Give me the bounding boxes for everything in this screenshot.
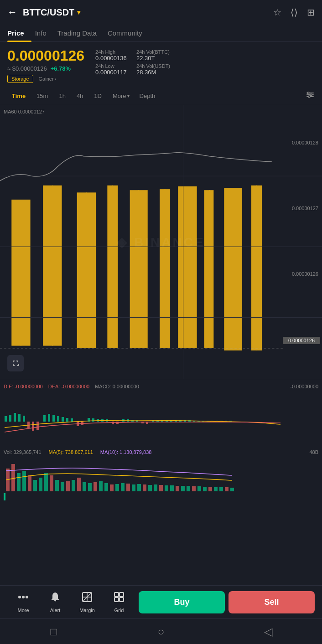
stat-vol-bttc: 24h Vol(BTTC) 22.30T [136, 49, 170, 62]
svg-rect-130 [119, 592, 124, 597]
svg-rect-33 [9, 415, 11, 422]
stat-vol-usdt: 24h Vol(USDT) 28.36M [136, 63, 170, 76]
svg-rect-44 [62, 417, 64, 422]
svg-point-125 [26, 596, 28, 598]
nav-square-button[interactable]: □ [42, 623, 65, 641]
margin-label: Margin [79, 608, 95, 613]
back-button[interactable]: ← [7, 6, 17, 18]
ctrl-time[interactable]: Time [7, 91, 30, 101]
volume-labels: Vol: 329,365,741 MA(5): 738,807,611 MA(1… [4, 449, 318, 455]
more-button[interactable]: More [7, 589, 39, 615]
volume-chart-svg [4, 455, 322, 491]
svg-rect-112 [176, 486, 179, 491]
svg-rect-132 [119, 598, 124, 602]
ctrl-depth[interactable]: Depth [140, 93, 156, 99]
svg-rect-114 [187, 486, 190, 491]
stat-low: 24h Low 0.00000117 [95, 63, 129, 76]
vol-label: Vol: 329,365,741 [4, 449, 42, 455]
tabs-bar: Price Info Trading Data Community [0, 25, 322, 42]
candlestick-chart-area[interactable]: MA60 0.00000127 ◈ BINANCE 0.00000128 0.0… [0, 105, 322, 379]
svg-rect-15 [130, 190, 148, 348]
price-tags: Storage Gainer › [7, 75, 84, 83]
gainer-tag: Gainer › [37, 75, 58, 83]
svg-rect-42 [52, 415, 55, 422]
svg-rect-9 [43, 185, 62, 346]
svg-rect-11 [77, 192, 96, 348]
svg-rect-106 [143, 484, 146, 491]
macd-section: DIF: -0.00000000 DEA: -0.00000000 MACD: … [0, 379, 322, 448]
alert-button[interactable]: Alert [39, 589, 71, 615]
more-label: More [17, 608, 29, 613]
svg-rect-116 [197, 486, 201, 491]
svg-rect-96 [88, 483, 92, 491]
svg-rect-115 [192, 486, 196, 491]
stat-high: 24h High 0.00000136 [95, 49, 129, 62]
svg-rect-36 [23, 416, 25, 422]
svg-rect-109 [159, 485, 163, 491]
svg-rect-94 [77, 478, 81, 491]
nav-circle-button[interactable]: ○ [150, 623, 172, 641]
svg-rect-119 [214, 487, 218, 491]
nav-back-button[interactable]: ◁ [257, 623, 280, 641]
buy-button[interactable]: Buy [139, 591, 225, 613]
svg-rect-32 [5, 416, 7, 422]
svg-rect-117 [203, 487, 207, 491]
volume-section: Vol: 329,365,741 MA(5): 738,807,611 MA(1… [0, 448, 322, 502]
star-icon[interactable]: ☆ [273, 7, 281, 18]
svg-rect-85 [28, 475, 31, 491]
current-price-label: 0.00000126 [283, 337, 320, 344]
grid-button[interactable]: Grid [103, 589, 135, 615]
sell-button[interactable]: Sell [229, 591, 315, 613]
ctrl-15m[interactable]: 15m [32, 91, 52, 101]
alert-icon [49, 591, 61, 606]
svg-point-124 [22, 596, 25, 598]
svg-rect-17 [160, 189, 170, 348]
svg-rect-108 [154, 484, 157, 491]
svg-rect-103 [126, 484, 130, 491]
price-labels: 0.00000128 0.00000127 0.00000126 0.00000… [281, 105, 322, 379]
ctrl-1h[interactable]: 1h [54, 91, 70, 101]
svg-rect-120 [219, 487, 223, 491]
svg-rect-23 [224, 188, 242, 350]
svg-rect-90 [55, 480, 59, 491]
price-section: 0.00000126 ≈ $0.00000126 +6.78% Storage … [0, 42, 322, 87]
svg-rect-38 [32, 422, 34, 431]
ctrl-1d[interactable]: 1D [89, 91, 106, 101]
ctrl-4h[interactable]: 4h [72, 91, 88, 101]
price-usd-row: ≈ $0.00000126 +6.78% [7, 65, 84, 72]
svg-rect-110 [165, 485, 168, 491]
svg-rect-82 [11, 464, 15, 491]
svg-rect-92 [66, 481, 70, 491]
share-icon[interactable]: ⟨⟩ [291, 7, 298, 18]
pair-title: BTTC/USDT ▾ [23, 7, 80, 18]
dropdown-icon[interactable]: ▾ [77, 9, 80, 16]
svg-rect-105 [137, 484, 141, 491]
svg-rect-97 [93, 482, 97, 491]
svg-rect-13 [107, 185, 118, 348]
header: ← BTTC/USDT ▾ ☆ ⟨⟩ ⊞ [0, 0, 322, 25]
more-icon [17, 591, 29, 606]
margin-icon [81, 591, 93, 606]
svg-rect-93 [72, 480, 75, 491]
chart-controls: Time 15m 1h 4h 1D More ▾ Depth [0, 87, 322, 105]
svg-rect-40 [43, 415, 46, 422]
ctrl-settings-icon[interactable] [306, 90, 315, 101]
svg-rect-7 [11, 200, 30, 346]
tab-trading-data[interactable]: Trading Data [57, 25, 104, 41]
ctrl-more[interactable]: More ▾ [108, 91, 134, 101]
tab-community[interactable]: Community [108, 25, 150, 41]
margin-button[interactable]: Margin [71, 589, 103, 615]
svg-rect-95 [83, 482, 86, 491]
svg-rect-88 [44, 473, 48, 491]
tab-price[interactable]: Price [7, 25, 31, 41]
svg-rect-87 [39, 478, 42, 491]
ma60-label: MA60 0.00000127 [4, 109, 45, 114]
grid-icon[interactable]: ⊞ [307, 7, 315, 18]
tab-info[interactable]: Info [35, 25, 54, 41]
svg-rect-98 [99, 481, 103, 491]
price-level-2: 0.00000127 [283, 206, 320, 211]
fullscreen-button[interactable] [7, 355, 24, 371]
svg-point-5 [308, 96, 310, 98]
svg-rect-41 [48, 414, 50, 422]
price-change: +6.78% [51, 65, 71, 72]
